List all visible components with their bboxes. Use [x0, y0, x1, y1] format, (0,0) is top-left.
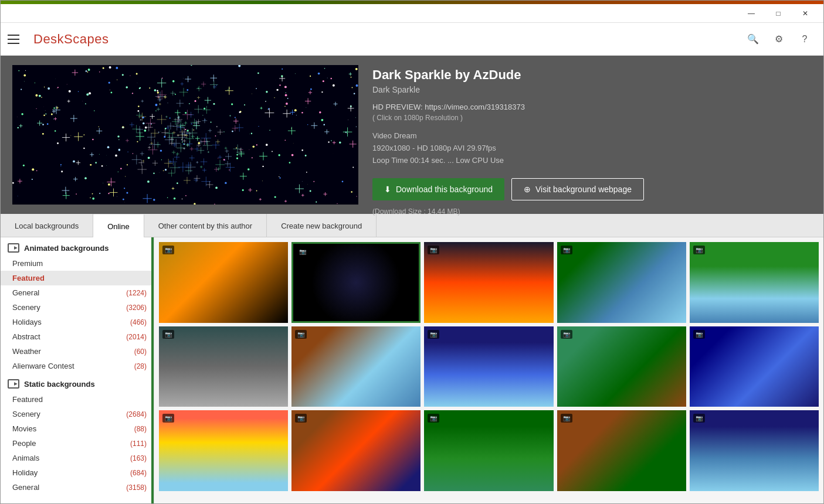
video-badge: 📷: [162, 246, 174, 254]
visit-icon: ⊕: [524, 185, 531, 194]
video-badge: 📷: [561, 330, 572, 339]
gallery-item[interactable]: 📷: [690, 242, 819, 323]
sidebar-item-label: Animals: [12, 454, 39, 462]
hamburger-line: [8, 43, 19, 44]
sidebar-item-count: (163): [130, 454, 147, 462]
download-button[interactable]: ⬇ Download this background: [372, 178, 504, 200]
sidebar-item-static-people[interactable]: People (111): [1, 436, 154, 451]
video-camera-icon: 📷: [165, 331, 172, 338]
gallery-item[interactable]: 📷: [424, 410, 553, 491]
main-content: Animated backgrounds Premium Featured Ge…: [1, 237, 823, 504]
preview-info: Dark Sparkle by AzDude Dark Sparkle HD P…: [372, 65, 812, 205]
sidebar-item-animated-alienware[interactable]: Alienware Contest (28): [1, 359, 154, 373]
gallery-item[interactable]: 📷: [424, 242, 553, 323]
gallery-item[interactable]: 📷: [557, 326, 686, 407]
preview-actions: ⬇ Download this background ⊕ Visit backg…: [372, 178, 812, 216]
gallery-item[interactable]: 📷: [159, 410, 288, 491]
help-button[interactable]: ?: [793, 28, 816, 51]
sidebar-item-label: Scenery: [12, 303, 40, 312]
gallery-item[interactable]: 📷: [159, 242, 288, 323]
sidebar-item-static-holiday[interactable]: Holiday (684): [1, 465, 154, 480]
sidebar-active-indicator: [151, 237, 154, 504]
appbar: DeskScapes 🔍 ⚙ ?: [1, 23, 823, 56]
gallery-item[interactable]: 📷: [159, 326, 288, 407]
tab-create-new-label: Create new background: [281, 222, 362, 230]
preview-title: Dark Sparkle by AzDude: [372, 67, 812, 83]
sidebar-item-static-general[interactable]: General (3158): [1, 480, 154, 495]
sidebar-item-animated-general[interactable]: General (1224): [1, 285, 154, 300]
sidebar-item-count: (28): [134, 362, 147, 370]
video-badge: 📷: [162, 330, 174, 339]
hamburger-line: [8, 39, 19, 40]
sidebar-item-animated-scenery[interactable]: Scenery (3206): [1, 300, 154, 315]
tab-online[interactable]: Online: [93, 214, 144, 239]
sidebar-item-label: General: [12, 288, 39, 297]
sidebar-static-header: Static backgrounds: [1, 373, 154, 392]
gallery-item[interactable]: 📷: [291, 326, 421, 407]
video-camera-icon: 📷: [430, 415, 437, 421]
preview-section: Dark Sparkle by AzDude Dark Sparkle HD P…: [1, 56, 823, 214]
video-camera-icon: 📷: [297, 415, 304, 421]
sidebar-item-count: (684): [130, 469, 147, 477]
static-section-icon: [8, 379, 19, 389]
sidebar: Animated backgrounds Premium Featured Ge…: [1, 237, 154, 504]
settings-button[interactable]: ⚙: [767, 28, 791, 51]
sidebar-item-count: (466): [130, 318, 147, 326]
download-icon: ⬇: [384, 185, 391, 194]
gallery-item[interactable]: 📷: [291, 242, 421, 323]
animated-section-label: Animated backgrounds: [24, 244, 108, 253]
preview-subtitle: Dark Sparkle: [372, 85, 812, 94]
video-badge: 📷: [561, 246, 572, 254]
close-button[interactable]: ✕: [792, 4, 819, 23]
app-title: DeskScapes: [33, 32, 109, 47]
sidebar-item-static-scenery[interactable]: Scenery (2684): [1, 407, 154, 421]
help-icon: ?: [802, 34, 808, 45]
minimize-button[interactable]: —: [738, 4, 765, 23]
maximize-button[interactable]: □: [765, 4, 792, 23]
download-label: Download this background: [396, 185, 493, 194]
sidebar-item-label: Abstract: [12, 332, 40, 341]
video-badge: 📷: [428, 414, 439, 423]
sidebar-item-label: General: [12, 483, 39, 492]
sidebar-item-animated-holidays[interactable]: Holidays (466): [1, 315, 154, 329]
sidebar-item-label: Weather: [12, 347, 41, 356]
sidebar-item-count: (2014): [126, 333, 147, 341]
video-camera-icon: 📷: [297, 331, 304, 338]
sidebar-item-animated-abstract[interactable]: Abstract (2014): [1, 329, 154, 344]
sidebar-item-count: (3158): [126, 483, 147, 492]
sidebar-item-static-animals[interactable]: Animals (163): [1, 451, 154, 465]
search-button[interactable]: 🔍: [741, 28, 765, 51]
titlebar: — □ ✕: [1, 4, 823, 23]
preview-image: [12, 65, 358, 205]
sidebar-item-label: Scenery: [12, 410, 40, 418]
tab-other-content[interactable]: Other content by this author: [144, 214, 267, 237]
tab-other-content-label: Other content by this author: [158, 222, 252, 230]
gallery-item[interactable]: 📷: [557, 242, 686, 323]
tab-create-new[interactable]: Create new background: [267, 214, 377, 237]
sidebar-item-label: Alienware Contest: [12, 362, 74, 370]
sidebar-item-animated-featured[interactable]: Featured: [1, 271, 154, 285]
video-camera-icon: 📷: [430, 247, 437, 253]
sidebar-item-animated-weather[interactable]: Weather (60): [1, 344, 154, 359]
sidebar-item-animated-premium[interactable]: Premium: [1, 256, 154, 271]
sidebar-item-count: (88): [134, 425, 147, 433]
preview-hd-link: HD PREVIEW: https://vimeo.com/319318373: [372, 103, 812, 111]
preview-meta-line1: Video Dream: [372, 130, 812, 142]
gallery-item[interactable]: 📷: [291, 410, 421, 491]
video-badge: 📷: [295, 330, 307, 339]
sidebar-item-count: (111): [130, 440, 147, 448]
tab-local-backgrounds[interactable]: Local backgrounds: [1, 214, 93, 237]
sidebar-item-static-movies[interactable]: Movies (88): [1, 421, 154, 436]
gallery: 📷📷📷📷📷📷📷📷📷📷📷📷📷📷📷: [154, 237, 823, 504]
hamburger-line: [8, 35, 19, 36]
gallery-item[interactable]: 📷: [424, 326, 553, 407]
gallery-item[interactable]: 📷: [690, 410, 819, 491]
gallery-item[interactable]: 📷: [690, 326, 819, 407]
preview-meta-line2: 1920x1080 - HD 1080p AVI 29.97fps: [372, 142, 812, 155]
sidebar-item-count: (3206): [126, 304, 147, 312]
visit-webpage-button[interactable]: ⊕ Visit background webpage: [511, 178, 644, 200]
gallery-item[interactable]: 📷: [557, 410, 686, 491]
hamburger-menu[interactable]: [8, 30, 26, 49]
sidebar-item-static-featured[interactable]: Featured: [1, 392, 154, 407]
animated-section-icon: [8, 243, 19, 253]
